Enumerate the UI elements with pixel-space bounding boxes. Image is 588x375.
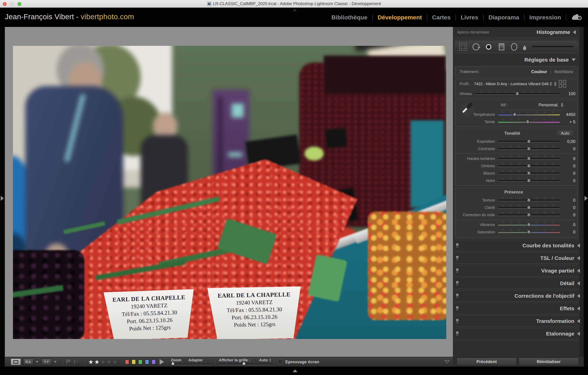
texture-slider[interactable] — [498, 197, 560, 203]
color-label-red[interactable] — [125, 359, 129, 364]
survey-view-button[interactable]: YY — [41, 358, 52, 365]
saturation-slider[interactable] — [498, 229, 560, 235]
temp-slider[interactable] — [498, 112, 560, 117]
panel-effects[interactable]: Effets — [453, 303, 580, 314]
panel-toggle-switch[interactable] — [456, 306, 459, 311]
soft-proofing-checkbox[interactable] — [278, 360, 283, 364]
contrast-value[interactable]: 0 — [560, 146, 575, 151]
panel-calibration[interactable]: Etalonnage — [453, 328, 580, 339]
left-panel-collapsed-strip[interactable] — [0, 27, 5, 367]
toolbar-options-icon[interactable] — [444, 360, 449, 364]
highlights-slider[interactable] — [498, 156, 560, 162]
compare-dropdown-icon[interactable] — [36, 361, 39, 363]
spot-removal-icon[interactable] — [472, 43, 480, 50]
histogram-panel-header[interactable]: Aperçu dynamique Histogramme — [453, 27, 580, 37]
grid-mode-stepper-icon[interactable] — [269, 358, 271, 362]
blacks-value[interactable]: 0 — [560, 178, 575, 183]
grid-size-slider[interactable] — [219, 363, 271, 366]
compare-view-button[interactable]: RA — [23, 358, 34, 365]
color-label-purple[interactable] — [152, 359, 156, 364]
exposure-slider[interactable] — [498, 139, 560, 144]
auto-tone-button[interactable]: Auto — [556, 130, 574, 137]
star-rating-4[interactable]: ★ — [106, 358, 112, 365]
texture-value[interactable]: 0 — [560, 198, 575, 203]
wb-value[interactable]: Personnal. — [538, 102, 559, 107]
whites-value[interactable]: 0 — [560, 171, 575, 176]
star-rating-3[interactable]: ★ — [100, 358, 105, 365]
impromptu-slideshow-icon[interactable] — [160, 359, 164, 365]
fit-label[interactable]: Adapter — [188, 358, 203, 362]
panel-detail[interactable]: Détail — [453, 278, 580, 289]
zoom-window-button[interactable] — [18, 2, 21, 6]
whites-slider[interactable] — [498, 171, 560, 176]
soft-proofing-label[interactable]: Epreuvage écran — [285, 359, 319, 364]
dehaze-slider[interactable] — [498, 212, 560, 218]
module-print[interactable]: Impression — [529, 14, 561, 21]
red-eye-icon[interactable] — [485, 43, 492, 50]
radial-filter-icon[interactable] — [511, 43, 517, 51]
panel-toggle-switch[interactable] — [456, 331, 459, 336]
loupe-view-button[interactable] — [10, 358, 21, 365]
star-rating-2[interactable]: ★ — [94, 358, 99, 365]
color-label-yellow[interactable] — [132, 359, 136, 364]
saturation-value[interactable]: 0 — [560, 230, 575, 234]
panel-lens-corrections[interactable]: Corrections de l'objectif — [453, 291, 580, 301]
shadows-slider[interactable] — [498, 163, 560, 169]
minimize-window-button[interactable] — [10, 2, 14, 6]
expand-filmstrip-arrow[interactable] — [293, 369, 297, 372]
clarity-value[interactable]: 0 — [560, 205, 575, 210]
tint-slider[interactable] — [498, 119, 560, 125]
panel-transform[interactable]: Transformation — [453, 316, 580, 326]
collapse-top-panel-arrow[interactable] — [293, 9, 297, 11]
shadows-value[interactable]: 0 — [560, 163, 575, 168]
panel-toggle-switch[interactable] — [456, 281, 459, 286]
exposure-value[interactable]: 0,00 — [560, 139, 575, 144]
adjustment-brush-icon[interactable] — [523, 45, 526, 50]
star-rating-5[interactable]: ★ — [112, 358, 118, 365]
crop-overlay-icon[interactable] — [459, 43, 467, 51]
graduated-filter-icon[interactable] — [499, 43, 504, 50]
survey-dropdown-icon[interactable] — [54, 361, 57, 363]
profile-stepper-icon[interactable] — [554, 82, 557, 86]
panel-toggle-switch[interactable] — [456, 255, 459, 261]
module-map[interactable]: Cartes — [432, 14, 451, 21]
close-window-button[interactable] — [3, 2, 7, 6]
panel-toggle-switch[interactable] — [456, 243, 459, 248]
wb-stepper-icon[interactable] — [561, 103, 564, 107]
expand-left-panel-arrow[interactable] — [1, 196, 4, 201]
panel-hsl-color[interactable]: TSL / Couleur — [453, 253, 580, 264]
flag-pick-icon[interactable] — [66, 359, 71, 364]
module-library[interactable]: Bibliothèque — [331, 14, 368, 21]
blacks-slider[interactable] — [498, 178, 560, 183]
module-slideshow[interactable]: Diaporama — [488, 14, 519, 21]
contrast-slider[interactable] — [498, 146, 560, 152]
right-panel-edge-strip[interactable] — [584, 27, 588, 367]
reset-button[interactable]: Réinitialiser — [518, 358, 579, 366]
panel-toggle-switch[interactable] — [456, 318, 459, 324]
star-rating-1[interactable]: ★ — [88, 358, 94, 365]
amount-slider[interactable] — [475, 91, 560, 97]
treatment-color-option[interactable]: Couleur — [531, 69, 547, 74]
dehaze-value[interactable]: 0 — [560, 213, 575, 217]
vibrance-value[interactable]: 0 — [560, 222, 575, 227]
panel-tone-curve[interactable]: Courbe des tonalités — [453, 240, 580, 251]
zoom-slider[interactable] — [171, 363, 212, 366]
color-label-green[interactable] — [138, 359, 142, 364]
photo-market-stall[interactable]: EARL DE LA CHAPELLE 19240 VARETZ Tél/Fax… — [13, 46, 446, 339]
panel-toggle-switch[interactable] — [456, 268, 459, 273]
profile-value[interactable]: 7422 - Nikon D Any - Lumineux Vibrant D4… — [474, 82, 552, 86]
panel-toggle-switch[interactable] — [456, 293, 459, 299]
basic-panel-header[interactable]: Réglages de base — [453, 55, 580, 65]
color-label-blue[interactable] — [145, 359, 149, 364]
cloud-sync-status-icon[interactable]: ! — [571, 14, 582, 21]
grid-mode-value[interactable]: Auto — [259, 358, 268, 362]
previous-button[interactable]: Précédent — [456, 358, 517, 366]
filmstrip-collapsed-strip[interactable] — [0, 367, 588, 375]
clarity-slider[interactable] — [498, 205, 560, 210]
flag-reject-icon[interactable]: ✕ — [74, 359, 79, 364]
tint-value[interactable]: + 5 — [560, 120, 575, 124]
collapse-right-panel-arrow[interactable] — [585, 196, 588, 201]
module-develop[interactable]: Développement — [378, 14, 422, 21]
vibrance-slider[interactable] — [498, 222, 560, 228]
panel-split-toning[interactable]: Virage partiel — [453, 265, 580, 276]
